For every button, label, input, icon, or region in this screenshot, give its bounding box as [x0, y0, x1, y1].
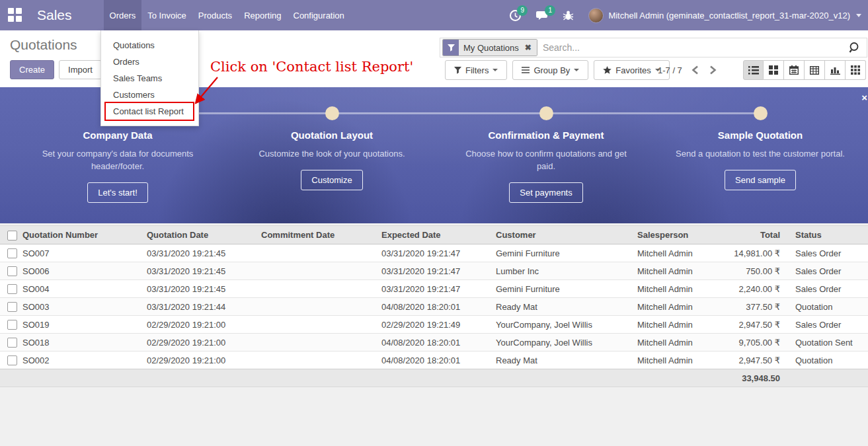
row-checkbox[interactable] [7, 302, 17, 312]
calendar-view-button[interactable] [784, 60, 805, 80]
cell-customer: Gemini Furniture [493, 244, 635, 262]
column-header-total[interactable]: Total [721, 226, 789, 244]
top-menu-item-to-invoice[interactable]: To Invoice [141, 0, 192, 30]
search-icon[interactable] [849, 42, 867, 54]
column-header-customer[interactable]: Customer [493, 226, 635, 244]
column-header-quotation-date[interactable]: Quotation Date [144, 226, 258, 244]
cell-quotation-date: 03/31/2020 19:21:45 [144, 262, 258, 280]
cell-total: 2,947.50 ₹ [721, 316, 789, 334]
table-row-so007[interactable]: SO00703/31/2020 19:21:4503/31/2020 19:21… [0, 244, 868, 262]
kanban-view-icon [769, 65, 778, 75]
app-title[interactable]: Sales [22, 0, 72, 30]
onboarding-step-dot [539, 106, 553, 120]
next-page-button[interactable] [709, 65, 717, 75]
table-row-so004[interactable]: SO00403/31/2020 19:21:4503/31/2020 19:21… [0, 280, 868, 298]
cell-status: Sales Order [789, 316, 868, 334]
calendar-view-icon [789, 65, 799, 75]
filters-funnel-icon [454, 67, 461, 74]
top-menu-item-reporting[interactable]: Reporting [238, 0, 287, 30]
dropdown-item-quotations[interactable]: Quotations [101, 37, 198, 54]
table-row-so018[interactable]: SO01802/29/2020 19:21:0004/08/2020 18:20… [0, 334, 868, 352]
user-menu-button[interactable]: Mitchell Admin (geminate_contactlist_rep… [588, 8, 861, 23]
table-row-so002[interactable]: SO00202/29/2020 19:21:0004/08/2020 18:20… [0, 352, 868, 369]
top-menu-item-configuration[interactable]: Configuration [288, 0, 350, 30]
cell-salesperson: Mitchell Admin [635, 352, 721, 369]
create-button[interactable]: Create [10, 60, 54, 79]
search-facet-my-quotations[interactable]: My Quotations ✖ [442, 39, 537, 56]
banner-close-icon[interactable]: × [861, 93, 867, 102]
row-select-cell [0, 316, 20, 334]
cell-commitment-date [258, 280, 379, 298]
row-checkbox[interactable] [7, 248, 17, 258]
pivot-view-button[interactable] [805, 60, 825, 80]
activity-menu-button[interactable]: 9 [501, 0, 529, 30]
step-button-send-sample[interactable]: Send sample [725, 170, 796, 190]
cell-expected-date: 03/31/2020 19:21:47 [379, 280, 493, 298]
search-options: Filters Group By Favorites [445, 60, 670, 80]
step-description: Customize the look of your quotations. [245, 147, 419, 160]
step-button-set-payments[interactable]: Set payments [509, 182, 583, 203]
select-all-checkbox[interactable] [7, 231, 17, 241]
orders-dropdown-menu: QuotationsOrdersSales TeamsCustomersCont… [100, 30, 199, 126]
kanban-view-button[interactable] [764, 60, 784, 80]
activity-view-button[interactable] [846, 60, 866, 80]
annotation-arrow [187, 74, 227, 110]
step-button-let-s-start-[interactable]: Let's start! [87, 182, 148, 203]
row-checkbox[interactable] [7, 284, 17, 294]
annotation-text: Click on 'Contact list Report' [210, 59, 413, 75]
filter-facet-icon [443, 40, 459, 56]
top-menu-item-products[interactable]: Products [192, 0, 238, 30]
previous-page-button[interactable] [691, 65, 699, 75]
cell-quotation-date: 02/29/2020 19:21:00 [144, 334, 258, 352]
onboarding-step-confirmation-payment: Confirmation & PaymentChoose how to conf… [459, 130, 633, 203]
step-description: Choose how to confirm quotations and get… [459, 147, 633, 172]
breadcrumb[interactable]: Quotations [10, 37, 77, 53]
cell-quotation-date: 03/31/2020 19:21:45 [144, 280, 258, 298]
table-row-so006[interactable]: SO00603/31/2020 19:21:4503/31/2020 19:21… [0, 262, 868, 280]
apps-menu-button[interactable] [0, 0, 22, 30]
table-row-so003[interactable]: SO00303/31/2020 19:21:4404/08/2020 18:20… [0, 298, 868, 316]
step-button-customize[interactable]: Customize [301, 170, 362, 190]
onboarding-step-sample-quotation: Sample QuotationSend a quotation to test… [673, 130, 848, 190]
cell-customer: Ready Mat [493, 352, 635, 369]
filters-dropdown-button[interactable]: Filters [445, 60, 507, 80]
group-by-dropdown-button[interactable]: Group By [512, 60, 588, 80]
import-button[interactable]: Import [59, 60, 102, 79]
row-checkbox[interactable] [7, 355, 17, 365]
dropdown-item-customers[interactable]: Customers [101, 87, 198, 103]
dropdown-item-orders[interactable]: Orders [101, 54, 198, 70]
facet-remove-icon[interactable]: ✖ [524, 40, 537, 56]
cell-commitment-date [258, 352, 379, 369]
row-select-cell [0, 262, 20, 280]
search-bar: My Quotations ✖ [440, 38, 867, 57]
search-input[interactable] [537, 42, 849, 53]
list-view-button[interactable] [743, 60, 764, 80]
dropdown-item-sales-teams[interactable]: Sales Teams [101, 70, 198, 87]
cell-salesperson: Mitchell Admin [635, 334, 721, 352]
column-header-expected-date[interactable]: Expected Date [379, 226, 493, 244]
graph-view-button[interactable] [825, 60, 846, 80]
row-checkbox[interactable] [7, 338, 17, 348]
cell-customer: Ready Mat [493, 298, 635, 316]
cell-number: SO019 [20, 316, 144, 334]
dropdown-item-contact-list-report[interactable]: Contact list Report [101, 103, 198, 120]
column-header-quotation-number[interactable]: Quotation Number [20, 226, 144, 244]
top-menu-item-orders[interactable]: Orders [104, 0, 142, 30]
user-name: Mitchell Admin (geminate_contactlist_rep… [608, 11, 850, 20]
column-header-commitment-date[interactable]: Commitment Date [258, 226, 379, 244]
column-header-status[interactable]: Status [789, 226, 868, 244]
table-row-so019[interactable]: SO01902/29/2020 19:21:0002/29/2020 19:21… [0, 316, 868, 334]
cell-salesperson: Mitchell Admin [635, 316, 721, 334]
row-select-cell [0, 280, 20, 298]
cell-expected-date: 03/31/2020 19:21:47 [379, 262, 493, 280]
messages-menu-button[interactable]: 1 [529, 0, 557, 30]
column-header-salesperson[interactable]: Salesperson [635, 226, 721, 244]
cell-quotation-date: 02/29/2020 19:21:00 [144, 316, 258, 334]
debug-menu-button[interactable] [557, 0, 579, 30]
cell-status: Quotation [789, 352, 868, 369]
favorites-star-icon [603, 66, 612, 74]
row-checkbox[interactable] [7, 320, 17, 330]
cell-salesperson: Mitchell Admin [635, 244, 721, 262]
list-view-icon [748, 66, 759, 75]
row-checkbox[interactable] [7, 266, 17, 276]
